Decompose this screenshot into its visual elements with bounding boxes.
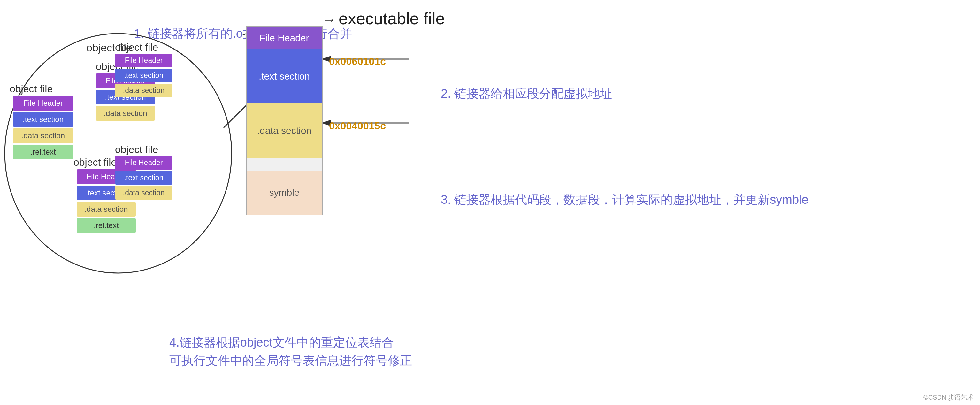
addr-1: 0x0060101c bbox=[329, 56, 386, 67]
obj3-rel-text: .rel.text bbox=[77, 218, 136, 233]
outside-obj-top-label: object file bbox=[115, 41, 158, 53]
main-container: 1. 链接器将所有的.o文件相似段进行合并 2. 链接器给相应段分配虚拟地址 3… bbox=[0, 0, 980, 405]
outside-bot-file-header: File Header bbox=[115, 156, 172, 170]
outside-bot-data-section: .data section bbox=[115, 186, 172, 200]
outside-top-file-header: File Header bbox=[115, 54, 172, 67]
copyright: ©CSDN 步语艺术 bbox=[923, 393, 974, 402]
exec-text-section: .text section bbox=[247, 49, 322, 103]
step4-label: 4.链接器根据object文件中的重定位表结合 可执行文件中的全局符号表信息进行… bbox=[169, 334, 412, 370]
obj2-data-section: .data section bbox=[96, 106, 155, 121]
outside-top-data-section: .data section bbox=[115, 84, 172, 97]
exec-file-header: File Header bbox=[247, 27, 322, 49]
obj1-file-header: File Header bbox=[13, 96, 73, 111]
exec-symble-section: symble bbox=[247, 171, 322, 214]
obj1-data-section: .data section bbox=[13, 129, 73, 143]
outside-top-text-section: .text section bbox=[115, 69, 172, 83]
exec-file-structure: File Header .text section .data section … bbox=[246, 26, 323, 215]
obj1-text-section: .text section bbox=[13, 112, 73, 127]
step3-label: 3. 链接器根据代码段，数据段，计算实际的虚拟地址，并更新symble bbox=[441, 192, 808, 208]
exec-empty-section bbox=[247, 158, 322, 171]
obj3-label: object file bbox=[73, 157, 116, 168]
obj3-data-section: .data section bbox=[77, 202, 136, 216]
addr-2: 0x0040015c bbox=[329, 120, 386, 132]
obj1-label: object file bbox=[10, 83, 53, 95]
obj1-rel-text: .rel.text bbox=[13, 145, 73, 159]
obj1-blocks: File Header .text section .data section … bbox=[13, 96, 73, 161]
exec-data-section: .data section bbox=[247, 103, 322, 158]
outside-obj-bot-label: object file bbox=[115, 144, 158, 156]
outside-bot-text-section: .text section bbox=[115, 171, 172, 184]
exec-file-title: →executable file bbox=[323, 9, 445, 28]
step2-label: 2. 链接器给相应段分配虚拟地址 bbox=[441, 86, 612, 102]
outside-obj-bot-blocks: File Header .text section .data section bbox=[115, 156, 172, 201]
outside-obj-top-blocks: File Header .text section .data section bbox=[115, 54, 172, 99]
